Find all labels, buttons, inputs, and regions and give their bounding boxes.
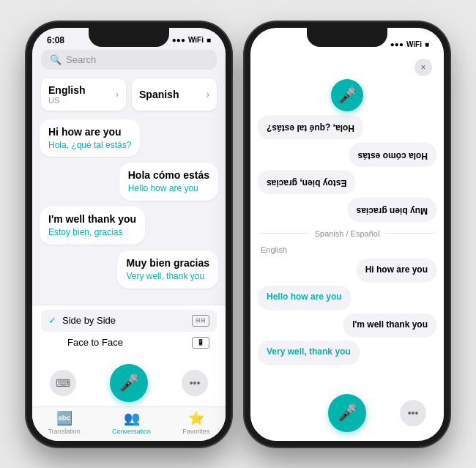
face-divider: Spanish / Español [250,226,444,241]
menu-side-by-side[interactable]: ✓ Side by Side ⊟⊟ [41,310,217,332]
menu-ftf-label: Face to Face [67,337,123,348]
bottom-area-1: ✓ Side by Side ⊟⊟ Face to Face [32,305,226,441]
ftf-bottom-b3: I'm well thank you [258,313,436,337]
ftf-b4-main: Hola, ¿qué tal estás? [267,122,354,133]
ftf-bb1-main: Hi how are you [365,264,428,276]
more-icon-1: ••• [190,377,201,389]
ftf-bottom-b1: Hi how are you [258,259,436,282]
language-selector: English US › Spanish › [32,74,226,115]
lang-left-chevron: › [116,89,119,100]
ftf-bottom-b2: Hello how are you [258,286,436,309]
search-icon: 🔍 [50,54,62,65]
bubble-group-2: Hola cómo estás Hello how are you [40,163,218,201]
more-icon-2: ••• [408,407,419,419]
battery-icon: ■ [207,36,211,44]
ftf-bb2: Hello how are you [258,286,351,309]
chat-area-1: Hi how are you Hola, ¿qué tal estás? Hol… [32,115,226,305]
divider-line-right [385,233,435,234]
ftf-b2-main: Estoy bien, gracias [267,177,346,188]
view-menu: ✓ Side by Side ⊟⊟ Face to Face [32,305,226,358]
lang-left-button[interactable]: English US › [41,78,126,111]
translation-tab-icon: 🔤 [56,410,72,426]
mic-button-2[interactable]: 🎤 [328,394,366,432]
status-icons-1: ●●● WiFi ■ [172,36,211,44]
ftf-b1: Muy bien gracias [348,198,436,222]
english-lang-label: English [258,245,436,254]
lang-right-button[interactable]: Spanish › [132,78,217,111]
bubble-3-translation: Estoy bien, gracias [48,227,136,239]
close-icon: × [420,62,425,73]
lang-left-name: English [48,84,86,96]
tab-bar-1: 🔤 Translation 👥 Conversation ⭐ Favorites [32,406,226,441]
bubble-4: Muy bien gracias Very well, thank you [117,250,218,289]
bubble-4-main: Muy bien gracias [126,256,209,270]
signal-icon-2: ●●● [390,40,404,48]
ftf-bb4-main: Very well, thank you [267,346,351,358]
mic-row-1: ⌨ 🎤 ••• [32,358,226,406]
keyboard-button-1[interactable]: ⌨ [50,370,76,396]
wifi-icon: WiFi [188,36,204,44]
ftf-bb4: Very well, thank you [258,341,360,364]
sbs-icon-symbol: ⊟⊟ [196,317,206,324]
favorites-tab-label: Favorites [182,428,209,435]
mic-button-1[interactable]: 🎤 [110,364,148,402]
battery-icon-2: ■ [425,40,429,48]
close-button[interactable]: × [414,59,432,76]
bubble-2: Hola cómo estás Hello how are you [119,163,218,201]
status-bar-2: ●●● WiFi ■ [250,32,444,53]
signal-icon: ●●● [172,36,185,44]
divider-line-left [259,233,309,234]
menu-sbs-icon: ⊟⊟ [192,315,209,327]
bubble-group-3: I'm well thank you Estoy bien, gracias [40,207,218,245]
bubble-3-main: I'm well thank you [48,212,136,226]
keyboard-icon: ⌨ [56,377,70,389]
ftf-bb3: I'm well thank you [343,313,436,337]
status-icons-2: ●●● WiFi ■ [390,40,429,48]
phone-1: 6:08 ●●● WiFi ■ 🔍 Search English [26,22,231,447]
favorites-tab-icon: ⭐ [188,410,204,426]
mic-icon-2: 🎤 [338,404,357,423]
ftf-bubble-1: Muy bien gracias [258,198,436,222]
ftf-bottom-b4: Very well, thank you [258,341,436,364]
phone-2: 🎤 ●●● WiFi ■ × [245,22,450,447]
ftf-bubble-3: Hola cómo estás [258,144,436,167]
bubble-3: I'm well thank you Estoy bien, gracias [40,207,145,245]
ftf-icon-symbol: 📱 [197,339,204,346]
search-placeholder: Search [66,54,96,65]
lang-right-name: Spanish [139,89,179,100]
lang-left-sub: US [48,96,86,105]
ftf-b3: Hola cómo estás [349,144,436,167]
more-button-1[interactable]: ••• [182,370,208,396]
search-input-display[interactable]: 🔍 Search [41,50,217,70]
ftf-bubble-2: Estoy bien, gracias [258,171,436,194]
ftf-b4: Hola, ¿qué tal estás? [258,116,363,139]
menu-sbs-left: ✓ Side by Side [48,315,116,326]
conversation-tab-icon: 👥 [124,410,140,426]
phone2-header: × [250,53,444,79]
menu-sbs-label: Side by Side [62,315,116,326]
top-mic-button[interactable]: 🎤 [331,79,363,111]
tab-favorites[interactable]: ⭐ Favorites [182,410,209,435]
ftf-b3-main: Hola cómo estás [358,149,428,161]
tab-translation[interactable]: 🔤 Translation [48,410,81,435]
translation-tab-label: Translation [48,428,81,435]
ftf-b2: Estoy bien, gracias [258,171,355,194]
ftf-b1-main: Muy bien gracias [357,204,428,216]
ftf-bb1: Hi how are you [357,259,436,282]
phones-container: 6:08 ●●● WiFi ■ 🔍 Search English [19,15,457,454]
lang-right-chevron: › [207,89,209,100]
bubble-group-4: Muy bien gracias Very well, thank you [40,250,218,289]
menu-ftf-icon: 📱 [192,337,209,349]
tab-conversation[interactable]: 👥 Conversation [112,410,151,435]
mic-area-2: 🎤 ••• [250,388,444,441]
status-time-1: 6:08 [47,35,64,45]
more-button-2[interactable]: ••• [400,400,426,426]
ftf-bb3-main: I'm well thank you [352,319,428,331]
face-bottom-area: English Hi how are you Hello how are you… [250,241,444,388]
menu-face-to-face[interactable]: Face to Face 📱 [41,332,217,354]
wifi-icon-2: WiFi [406,40,422,48]
bubble-4-translation: Very well, thank you [126,271,209,283]
search-bar: 🔍 Search [32,48,226,74]
menu-ftf-left: Face to Face [48,337,123,348]
bubble-2-translation: Hello how are you [128,183,209,195]
